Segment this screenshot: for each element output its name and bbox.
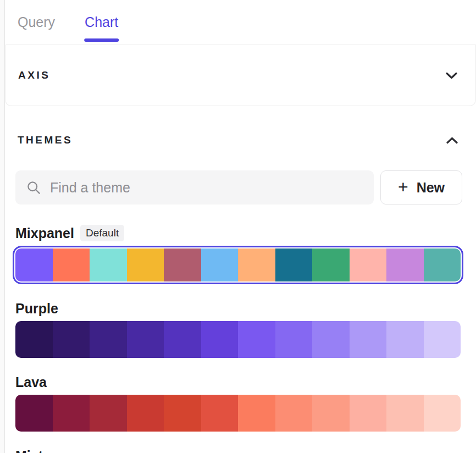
color-swatch[interactable] [386, 248, 424, 281]
color-swatch[interactable] [275, 248, 313, 281]
color-swatch[interactable] [312, 395, 350, 432]
color-swatch[interactable] [238, 395, 275, 432]
active-tab-underline [84, 38, 119, 42]
theme-toolbar: + New [5, 170, 476, 205]
tab-chart-label: Chart [85, 14, 118, 30]
color-swatch[interactable] [275, 321, 313, 358]
chevron-up-icon[interactable] [446, 136, 458, 145]
color-swatch[interactable] [312, 321, 350, 358]
color-swatch[interactable] [238, 248, 275, 281]
color-swatch[interactable] [53, 395, 90, 432]
chevron-down-icon[interactable] [445, 71, 458, 80]
tab-bar: Query Chart [5, 0, 476, 45]
color-swatch[interactable] [127, 248, 164, 281]
new-theme-button[interactable]: + New [380, 170, 462, 205]
color-swatch[interactable] [53, 248, 90, 281]
color-swatch[interactable] [164, 395, 201, 432]
color-swatch[interactable] [127, 321, 164, 358]
theme-swatch-row-mixpanel[interactable] [13, 246, 463, 284]
tab-chart[interactable]: Chart [85, 0, 118, 45]
theme-swatch-row-lava[interactable] [15, 395, 461, 432]
theme-search[interactable] [15, 170, 374, 205]
color-swatch[interactable] [424, 321, 461, 358]
axis-section-title: AXIS [18, 69, 50, 81]
theme-name: Mixpanel [15, 225, 74, 241]
tab-query[interactable]: Query [18, 0, 55, 45]
color-swatch[interactable] [350, 248, 387, 281]
theme-swatch-row-purple[interactable] [15, 321, 461, 358]
themes-section-title: THEMES [18, 134, 73, 146]
theme-label-row: Lava [15, 374, 461, 390]
color-swatch[interactable] [90, 321, 127, 358]
color-swatch[interactable] [15, 321, 53, 358]
theme-name: Lava [15, 374, 47, 390]
color-swatch[interactable] [424, 395, 461, 432]
plus-icon: + [398, 178, 408, 196]
color-swatch[interactable] [53, 321, 90, 358]
color-swatch[interactable] [164, 248, 201, 281]
color-swatch[interactable] [201, 395, 239, 432]
color-swatch[interactable] [386, 321, 424, 358]
theme-label-row: MixpanelDefault [15, 225, 461, 241]
theme-block-mixpanel: MixpanelDefault [15, 225, 461, 284]
theme-name: Purple [15, 301, 58, 317]
default-badge: Default [80, 225, 124, 241]
themes-section-header[interactable]: THEMES [5, 110, 476, 170]
chart-settings-panel: Query Chart AXIS THEMES [5, 0, 476, 453]
themes-section: THEMES + New MixpanelDefaultPurpleLavaMi… [5, 110, 476, 453]
theme-label-row: Mist [15, 448, 461, 453]
color-swatch[interactable] [201, 321, 239, 358]
theme-list: MixpanelDefaultPurpleLavaMist [5, 225, 476, 453]
theme-search-input[interactable] [50, 180, 363, 196]
color-swatch[interactable] [127, 395, 164, 432]
theme-strip [15, 248, 461, 281]
theme-block-mist: Mist [15, 448, 461, 453]
color-swatch[interactable] [90, 395, 127, 432]
color-swatch[interactable] [312, 248, 350, 281]
theme-label-row: Purple [15, 301, 461, 317]
color-swatch[interactable] [15, 395, 53, 432]
new-theme-button-label: New [417, 180, 445, 196]
theme-name: Mist [15, 448, 43, 453]
color-swatch[interactable] [164, 321, 201, 358]
color-swatch[interactable] [386, 395, 424, 432]
theme-block-lava: Lava [15, 374, 461, 432]
color-swatch[interactable] [350, 321, 387, 358]
color-swatch[interactable] [238, 321, 275, 358]
panel-left-gutter [0, 0, 5, 453]
search-icon [26, 180, 41, 195]
color-swatch[interactable] [15, 248, 53, 281]
theme-strip [15, 321, 461, 358]
color-swatch[interactable] [424, 248, 461, 281]
color-swatch[interactable] [201, 248, 239, 281]
color-swatch[interactable] [90, 248, 127, 281]
tab-query-label: Query [18, 14, 55, 30]
color-swatch[interactable] [350, 395, 387, 432]
theme-strip [15, 395, 461, 432]
color-swatch[interactable] [275, 395, 313, 432]
axis-section[interactable]: AXIS [5, 45, 476, 106]
theme-block-purple: Purple [15, 301, 461, 358]
